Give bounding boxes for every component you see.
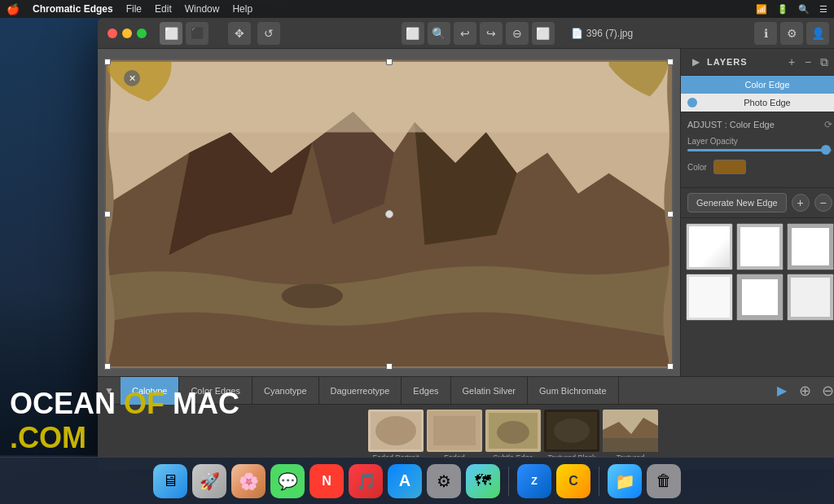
panel-collapse-btn[interactable]: ▶ xyxy=(687,54,704,70)
dock-maps[interactable]: 🗺 xyxy=(466,464,500,498)
battery-icon: 🔋 xyxy=(777,4,788,15)
panel-header: ▶ LAYERS + − ⧉ xyxy=(681,49,834,76)
dock-music[interactable]: 🎵 xyxy=(349,464,383,498)
move-tool-btn[interactable]: ✥ xyxy=(228,22,251,45)
menu-window[interactable]: Window xyxy=(185,3,220,15)
strip-thumb-textured-black[interactable]: Textured Black xyxy=(544,410,599,462)
dock-launchpad[interactable]: 🚀 xyxy=(192,464,226,498)
strip-thumb-faded[interactable]: Faded xyxy=(427,410,482,462)
svg-point-6 xyxy=(282,283,343,308)
dock-trash[interactable]: 🗑 xyxy=(647,464,681,498)
duplicate-layer-btn[interactable]: ⧉ xyxy=(816,54,832,70)
handle-tr[interactable] xyxy=(667,59,674,65)
remove-layer-btn[interactable]: ✕ xyxy=(124,70,140,86)
opacity-slider-track[interactable] xyxy=(687,149,832,151)
dock-news[interactable]: N xyxy=(309,464,344,498)
crop-btn[interactable]: ⬜ xyxy=(402,22,424,45)
menu-file[interactable]: File xyxy=(126,3,142,15)
apple-menu[interactable]: 🍎 xyxy=(7,3,20,15)
opacity-slider-fill xyxy=(687,149,823,151)
dock-finder2[interactable]: 📁 xyxy=(608,464,642,498)
fit-btn[interactable]: ⬜ xyxy=(532,22,555,45)
add-layer-btn[interactable]: + xyxy=(784,54,800,70)
layer-vis-dot-1[interactable] xyxy=(687,80,697,90)
center-handle[interactable] xyxy=(385,210,393,218)
svg-point-19 xyxy=(554,419,590,443)
add-edge-btn[interactable]: + xyxy=(792,194,810,212)
generate-edge-btn[interactable]: Generate New Edge xyxy=(687,193,787,213)
remove-layer-btn-panel[interactable]: − xyxy=(800,54,816,70)
transform-tool-btn[interactable]: ⬛ xyxy=(186,22,208,45)
handle-br[interactable] xyxy=(667,363,674,370)
opacity-slider-thumb[interactable] xyxy=(821,145,831,155)
edge-thumb-3[interactable] xyxy=(787,223,834,270)
opacity-label: Layer Opacity xyxy=(687,137,832,146)
adjust-options-icon[interactable]: ⟳ xyxy=(824,119,832,130)
tab-daguerreotype[interactable]: Daguerreotype xyxy=(319,377,402,405)
color-row: Color xyxy=(687,160,832,174)
tab-gelatin[interactable]: Gelatin Silver xyxy=(451,377,528,405)
color-swatch[interactable] xyxy=(713,160,746,174)
minimize-button[interactable] xyxy=(122,28,132,38)
tab-cyanotype[interactable]: Cyanotype xyxy=(252,377,319,405)
undo-btn[interactable]: ↩ xyxy=(454,22,476,45)
dock-zoom[interactable]: Z xyxy=(517,464,551,498)
tabs-remove-btn[interactable]: ⊖ xyxy=(816,377,834,405)
handle-bc[interactable] xyxy=(386,363,393,370)
layer-vis-dot-2[interactable] xyxy=(687,98,697,107)
account-btn[interactable]: 👤 xyxy=(806,22,829,45)
dock-settings[interactable]: ⚙ xyxy=(427,464,461,498)
remove-edge-btn[interactable]: − xyxy=(814,194,832,212)
zoom-in-btn[interactable]: 🔍 xyxy=(428,22,450,45)
edge-thumb-5[interactable] xyxy=(736,274,784,321)
wifi-icon: 📶 xyxy=(756,4,767,15)
top-tools-center: ⬜ 🔍 ↩ ↪ ⊖ ⬜ xyxy=(402,22,555,45)
main-content: ✕ ▶ LAYERS + − ⧉ xyxy=(98,49,834,376)
zoom-out-btn[interactable]: ⊖ xyxy=(506,22,529,45)
tab-edges[interactable]: Edges xyxy=(402,377,450,405)
menu-edit[interactable]: Edit xyxy=(155,3,172,15)
control-center-icon[interactable]: ☰ xyxy=(819,4,827,15)
layer-color-edge[interactable]: Color Edge xyxy=(681,76,834,94)
layers-tool-btn[interactable]: ⬜ xyxy=(160,22,182,45)
edge-thumb-1[interactable] xyxy=(686,223,733,270)
tab-gum[interactable]: Gum Bichromate xyxy=(528,377,619,405)
handle-ml[interactable] xyxy=(104,211,111,217)
edge-thumb-4[interactable] xyxy=(686,274,733,321)
settings-btn[interactable]: ⚙ xyxy=(780,22,803,45)
traffic-lights xyxy=(108,28,147,38)
dock-photos[interactable]: 🌸 xyxy=(231,464,266,498)
edge-thumb-6[interactable] xyxy=(787,274,834,321)
dock-chromatic[interactable]: C xyxy=(556,464,590,498)
watermark-com: .COM xyxy=(10,421,86,454)
canvas-area[interactable]: ✕ xyxy=(98,49,680,376)
dock: 🖥 🚀 🌸 💬 N 🎵 A ⚙ 🗺 Z C 📁 🗑 xyxy=(0,457,834,504)
handle-tc[interactable] xyxy=(386,59,393,65)
watermark-ocean: OCEAN xyxy=(10,387,116,420)
layer-photo-edge[interactable]: Photo Edge xyxy=(681,94,834,112)
tabs-add-btn[interactable]: ⊕ xyxy=(793,377,816,405)
dock-messages[interactable]: 💬 xyxy=(270,464,305,498)
handle-tl[interactable] xyxy=(104,59,111,65)
handle-mr[interactable] xyxy=(667,211,674,217)
top-tools-right: ℹ ⚙ 👤 xyxy=(754,22,829,45)
close-button[interactable] xyxy=(108,28,117,38)
edge-thumb-2[interactable] xyxy=(736,223,784,270)
filename-text: 396 (7).jpg xyxy=(586,28,633,39)
redo-btn[interactable]: ↪ xyxy=(480,22,503,45)
search-icon-menu[interactable]: 🔍 xyxy=(798,4,810,15)
rotate-tool-btn[interactable]: ↺ xyxy=(257,22,280,45)
handle-bl[interactable] xyxy=(104,363,111,370)
dock-appstore[interactable]: A xyxy=(388,464,422,498)
info-btn[interactable]: ℹ xyxy=(754,22,777,45)
menu-help[interactable]: Help xyxy=(232,3,252,15)
maximize-button[interactable] xyxy=(137,28,147,38)
strip-thumb-faded-portrait[interactable]: Faded Portrait xyxy=(368,410,424,462)
svg-point-10 xyxy=(375,416,416,445)
strip-thumb-subtle-edge[interactable]: Subtle Edge xyxy=(485,410,541,462)
desktop: 🍎 Chromatic Edges File Edit Window Help … xyxy=(0,0,834,504)
layer-name-2: Photo Edge xyxy=(702,98,832,107)
dock-finder[interactable]: 🖥 xyxy=(153,464,187,498)
tabs-next-btn[interactable]: ▶ xyxy=(770,377,793,405)
adjust-section: ADJUST : Color Edge ⟳ Layer Opacity Colo… xyxy=(681,112,834,188)
